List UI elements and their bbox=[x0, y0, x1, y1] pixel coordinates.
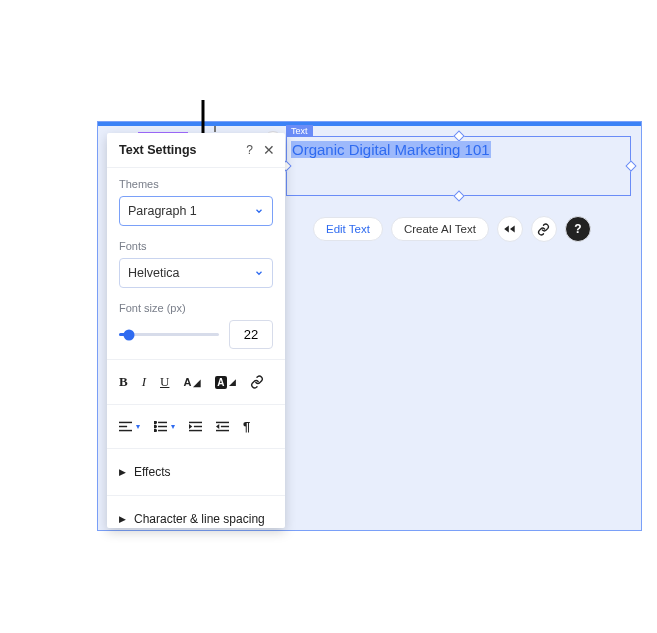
paragraph-row: ▾ ▾ ¶ bbox=[107, 411, 285, 442]
fonts-select[interactable]: Helvetica bbox=[119, 258, 273, 288]
help-button[interactable]: ? bbox=[565, 216, 591, 242]
caret-right-icon: ▶ bbox=[119, 467, 126, 477]
text-action-bar: Edit Text Create AI Text ? bbox=[313, 216, 591, 242]
chevron-down-icon bbox=[254, 206, 264, 216]
inline-link-button[interactable] bbox=[250, 375, 264, 389]
divider bbox=[107, 495, 285, 496]
svg-marker-14 bbox=[189, 424, 192, 429]
themes-select[interactable]: Paragraph 1 bbox=[119, 196, 273, 226]
themes-label: Themes bbox=[119, 178, 273, 190]
indent-increase-button[interactable] bbox=[216, 421, 229, 432]
themes-value: Paragraph 1 bbox=[128, 204, 197, 218]
effects-accordion[interactable]: ▶ Effects bbox=[107, 455, 285, 489]
effects-label: Effects bbox=[134, 465, 170, 479]
panel-title: Text Settings bbox=[119, 143, 197, 157]
italic-button[interactable]: I bbox=[142, 374, 146, 390]
slider-knob[interactable] bbox=[124, 329, 135, 340]
resize-handle-right[interactable] bbox=[625, 160, 636, 171]
divider bbox=[107, 404, 285, 405]
indent-decrease-button[interactable] bbox=[189, 421, 202, 432]
bold-button[interactable]: B bbox=[119, 374, 128, 390]
panel-close-icon[interactable]: ✕ bbox=[263, 143, 275, 157]
fonts-label: Fonts bbox=[119, 240, 273, 252]
themes-section: Themes Paragraph 1 bbox=[107, 168, 285, 230]
link-button[interactable] bbox=[531, 216, 557, 242]
canvas-top-border bbox=[98, 122, 641, 126]
text-content[interactable]: Organic Digital Marketing 101 bbox=[291, 141, 491, 158]
highlight-button[interactable]: A◢ bbox=[215, 376, 235, 389]
font-size-section: Font size (px) bbox=[107, 292, 285, 353]
font-size-input[interactable] bbox=[229, 320, 273, 349]
font-size-slider[interactable] bbox=[119, 325, 219, 345]
fonts-section: Fonts Helvetica bbox=[107, 230, 285, 292]
char-spacing-accordion[interactable]: ▶ Character & line spacing bbox=[107, 502, 285, 528]
animation-button[interactable] bbox=[497, 216, 523, 242]
edit-text-button[interactable]: Edit Text bbox=[313, 217, 383, 241]
selected-text-box[interactable]: Text Organic Digital Marketing 101 bbox=[286, 136, 631, 196]
underline-button[interactable]: U bbox=[160, 374, 169, 390]
caret-right-icon: ▶ bbox=[119, 514, 126, 524]
svg-point-7 bbox=[154, 430, 156, 432]
char-spacing-label: Character & line spacing bbox=[134, 512, 265, 526]
text-direction-button[interactable]: ¶ bbox=[243, 419, 250, 434]
text-style-row: B I U A◢ A◢ bbox=[107, 366, 285, 398]
panel-header: Text Settings ? ✕ bbox=[107, 133, 285, 168]
align-button[interactable]: ▾ bbox=[119, 421, 140, 432]
panel-help-icon[interactable]: ? bbox=[246, 144, 253, 156]
list-button[interactable]: ▾ bbox=[154, 421, 175, 432]
element-type-tag: Text bbox=[286, 125, 313, 137]
resize-handle-top[interactable] bbox=[453, 130, 464, 141]
svg-marker-18 bbox=[216, 424, 219, 429]
svg-point-5 bbox=[154, 421, 156, 423]
text-color-button[interactable]: A◢ bbox=[183, 376, 201, 388]
fonts-value: Helvetica bbox=[128, 266, 179, 280]
divider bbox=[107, 448, 285, 449]
create-ai-text-button[interactable]: Create AI Text bbox=[391, 217, 489, 241]
font-size-label: Font size (px) bbox=[119, 302, 273, 314]
text-settings-panel: Text Settings ? ✕ Themes Paragraph 1 Fon… bbox=[107, 133, 285, 528]
divider bbox=[107, 359, 285, 360]
svg-point-6 bbox=[154, 425, 156, 427]
chevron-down-icon bbox=[254, 268, 264, 278]
resize-handle-bottom[interactable] bbox=[453, 190, 464, 201]
